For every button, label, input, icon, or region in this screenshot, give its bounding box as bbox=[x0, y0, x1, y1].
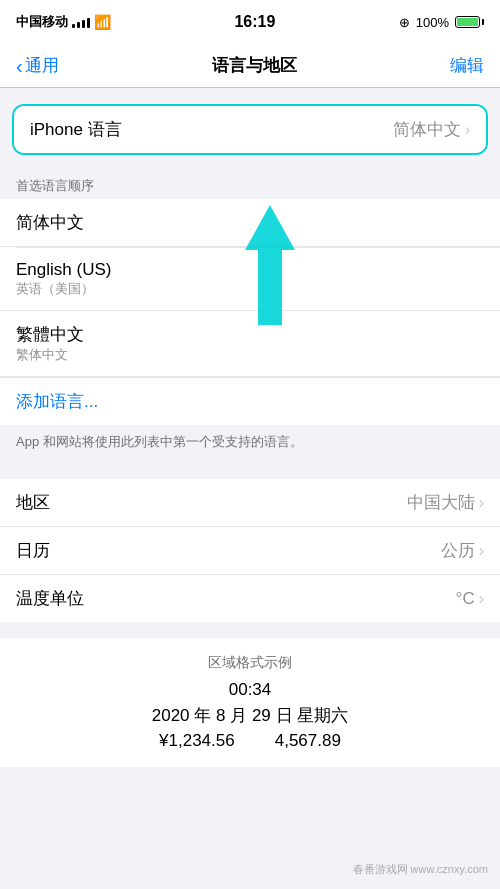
preferred-lang-section: 首选语言顺序 简体中文 English (US) 英语（美国） 繁體中文 繁体中… bbox=[0, 171, 500, 463]
status-bar: 中国移动 📶 16:19 ⊕ 100% bbox=[0, 0, 500, 44]
watermark: 春番游戏网 www.cznxy.com bbox=[353, 862, 488, 877]
wifi-icon: 📶 bbox=[94, 14, 111, 30]
add-language-row[interactable]: 添加语言... bbox=[0, 377, 500, 425]
status-left: 中国移动 📶 bbox=[16, 13, 111, 31]
calendar-row[interactable]: 日历 公历 › bbox=[0, 527, 500, 575]
format-example-title: 区域格式示例 bbox=[16, 654, 484, 672]
lang-item-2-content: English (US) 英语（美国） bbox=[16, 260, 111, 298]
status-time: 16:19 bbox=[234, 13, 275, 31]
region-label: 地区 bbox=[16, 491, 50, 514]
lang-item-3-primary: 繁體中文 bbox=[16, 323, 84, 346]
preferred-lang-section-label: 首选语言顺序 bbox=[0, 171, 500, 199]
format-number-2: 4,567.89 bbox=[275, 731, 341, 751]
page-title: 语言与地区 bbox=[212, 54, 297, 77]
calendar-value-group: 公历 › bbox=[441, 539, 484, 562]
lang-item-3-secondary: 繁体中文 bbox=[16, 346, 84, 364]
battery-icon bbox=[455, 16, 484, 28]
format-example-numbers: ¥1,234.56 4,567.89 bbox=[16, 731, 484, 751]
back-button[interactable]: ‹ 通用 bbox=[16, 54, 59, 77]
iphone-language-card[interactable]: iPhone 语言 简体中文 › bbox=[12, 104, 488, 155]
calendar-chevron-icon: › bbox=[479, 542, 484, 560]
iphone-language-value-group: 简体中文 › bbox=[393, 118, 470, 141]
signal-bars bbox=[72, 16, 90, 28]
temperature-row[interactable]: 温度单位 °C › bbox=[0, 575, 500, 622]
iphone-language-label: iPhone 语言 bbox=[30, 118, 122, 141]
lang-item-1-primary: 简体中文 bbox=[16, 211, 84, 234]
add-language-label: 添加语言... bbox=[16, 392, 98, 411]
temperature-value-group: °C › bbox=[456, 589, 484, 609]
nav-bar: ‹ 通用 语言与地区 编辑 bbox=[0, 44, 500, 88]
temperature-label: 温度单位 bbox=[16, 587, 84, 610]
edit-button[interactable]: 编辑 bbox=[450, 54, 484, 77]
preferred-lang-list: 简体中文 English (US) 英语（美国） 繁體中文 繁体中文 添加语言.… bbox=[0, 199, 500, 425]
format-example-section: 区域格式示例 00:34 2020 年 8 月 29 日 星期六 ¥1,234.… bbox=[0, 638, 500, 767]
signal-bar-4 bbox=[87, 18, 90, 28]
status-right: ⊕ 100% bbox=[399, 15, 484, 30]
calendar-value: 公历 bbox=[441, 539, 475, 562]
iphone-language-chevron-icon: › bbox=[465, 121, 470, 139]
carrier-label: 中国移动 bbox=[16, 13, 68, 31]
format-number-1: ¥1,234.56 bbox=[159, 731, 235, 751]
region-row[interactable]: 地区 中国大陆 › bbox=[0, 479, 500, 527]
back-chevron-icon: ‹ bbox=[16, 56, 23, 76]
lang-item-2[interactable]: English (US) 英语（美国） bbox=[0, 248, 500, 311]
region-settings-section: 地区 中国大陆 › 日历 公历 › 温度单位 °C › bbox=[0, 479, 500, 622]
calendar-label: 日历 bbox=[16, 539, 50, 562]
battery-body bbox=[455, 16, 480, 28]
signal-bar-1 bbox=[72, 24, 75, 28]
format-example-time: 00:34 bbox=[16, 680, 484, 700]
charge-icon: ⊕ bbox=[399, 15, 410, 30]
battery-fill bbox=[457, 18, 478, 26]
signal-bar-2 bbox=[77, 22, 80, 28]
lang-item-3[interactable]: 繁體中文 繁体中文 bbox=[0, 311, 500, 377]
temperature-value: °C bbox=[456, 589, 475, 609]
signal-bar-3 bbox=[82, 20, 85, 28]
lang-item-3-content: 繁體中文 繁体中文 bbox=[16, 323, 84, 364]
iphone-language-row[interactable]: iPhone 语言 简体中文 › bbox=[14, 106, 486, 153]
temperature-chevron-icon: › bbox=[479, 590, 484, 608]
lang-item-2-secondary: 英语（美国） bbox=[16, 280, 111, 298]
battery-percent: 100% bbox=[416, 15, 449, 30]
iphone-language-value: 简体中文 bbox=[393, 118, 461, 141]
region-value-group: 中国大陆 › bbox=[407, 491, 484, 514]
lang-item-1[interactable]: 简体中文 bbox=[0, 199, 500, 247]
lang-item-2-primary: English (US) bbox=[16, 260, 111, 280]
preferred-lang-info: App 和网站将使用此列表中第一个受支持的语言。 bbox=[0, 425, 500, 463]
battery-tip bbox=[482, 19, 484, 25]
lang-item-1-content: 简体中文 bbox=[16, 211, 84, 234]
region-chevron-icon: › bbox=[479, 494, 484, 512]
format-example-date: 2020 年 8 月 29 日 星期六 bbox=[16, 704, 484, 727]
back-label: 通用 bbox=[25, 54, 59, 77]
region-value: 中国大陆 bbox=[407, 491, 475, 514]
